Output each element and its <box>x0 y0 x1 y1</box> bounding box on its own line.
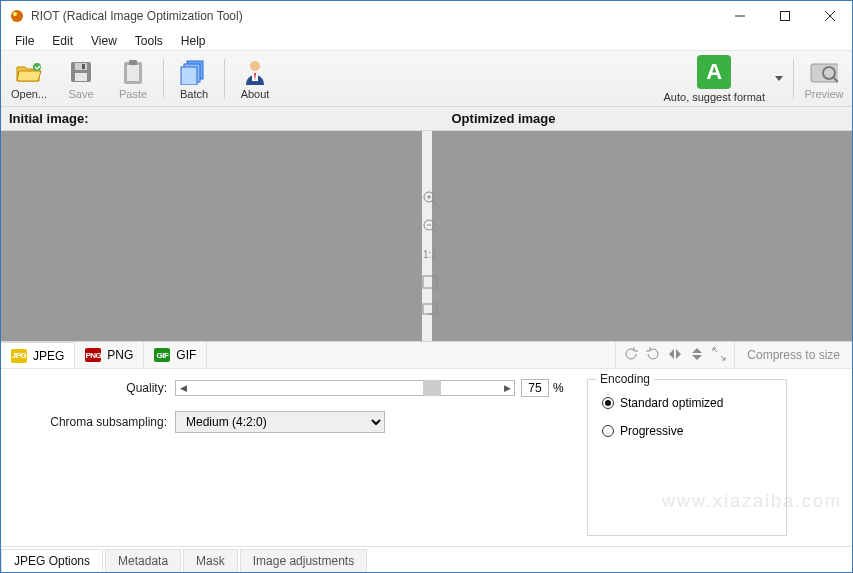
chroma-label: Chroma subsampling: <box>15 415 175 429</box>
zoom-fit-icon[interactable] <box>419 271 441 293</box>
svg-line-27 <box>433 229 437 233</box>
close-button[interactable] <box>807 1 852 31</box>
flip-vertical-icon[interactable] <box>690 347 704 364</box>
svg-rect-10 <box>82 64 85 69</box>
encoding-legend: Encoding <box>596 372 654 386</box>
toolbar: Open... Save Paste Batch About A Auto, s… <box>1 51 852 107</box>
auto-dropdown-caret[interactable] <box>773 76 785 81</box>
percent-label: % <box>553 381 564 395</box>
format-tab-jpeg[interactable]: JPG JPEG <box>1 342 75 368</box>
menu-view[interactable]: View <box>83 32 125 50</box>
subtab-mask[interactable]: Mask <box>183 549 238 572</box>
quality-value-input[interactable]: 75 <box>521 379 549 397</box>
subtabs: JPEG Options Metadata Mask Image adjustm… <box>1 546 852 572</box>
svg-point-17 <box>250 61 260 71</box>
titlebar: RIOT (Radical Image Optimization Tool) <box>1 1 852 31</box>
jpeg-icon: JPG <box>11 349 27 363</box>
svg-line-23 <box>433 201 437 205</box>
app-icon <box>9 8 25 24</box>
jpeg-options-panel: Quality: ◀ ▶ 75 % Chroma subsampling: Me… <box>1 369 852 546</box>
auto-suggest-button[interactable]: A Auto, suggest format <box>664 54 766 104</box>
encoding-progressive-radio[interactable]: Progressive <box>602 424 772 438</box>
menu-edit[interactable]: Edit <box>44 32 81 50</box>
gif-icon: GIF <box>154 348 170 362</box>
preview-button[interactable]: Preview <box>802 54 846 104</box>
svg-rect-13 <box>129 60 137 65</box>
initial-image-label: Initial image: <box>1 107 410 130</box>
chroma-select[interactable]: Medium (4:2:0) <box>175 411 385 433</box>
batch-label: Batch <box>180 88 208 100</box>
png-icon: PNG <box>85 348 101 362</box>
menu-help[interactable]: Help <box>173 32 214 50</box>
slider-left-arrow-icon[interactable]: ◀ <box>176 383 190 393</box>
flip-horizontal-icon[interactable] <box>668 347 682 364</box>
slider-right-arrow-icon[interactable]: ▶ <box>500 383 514 393</box>
person-icon <box>241 58 269 86</box>
preview-label: Preview <box>804 88 843 100</box>
maximize-button[interactable] <box>762 1 807 31</box>
folder-open-icon <box>15 58 43 86</box>
auto-label: Auto, suggest format <box>664 91 766 103</box>
batch-button[interactable]: Batch <box>172 54 216 104</box>
open-label: Open... <box>11 88 47 100</box>
svg-line-5 <box>825 11 835 21</box>
resize-icon[interactable] <box>712 347 726 364</box>
window-title: RIOT (Radical Image Optimization Tool) <box>31 9 717 23</box>
clipboard-icon <box>119 58 147 86</box>
zoom-out-icon[interactable] <box>419 215 441 237</box>
svg-rect-29 <box>423 276 437 288</box>
menu-tools[interactable]: Tools <box>127 32 171 50</box>
encoding-standard-label: Standard optimized <box>620 396 723 410</box>
format-bar: JPG JPEG PNG PNG GIF GIF Compress to siz… <box>1 341 852 369</box>
encoding-standard-radio[interactable]: Standard optimized <box>602 396 772 410</box>
open-button[interactable]: Open... <box>7 54 51 104</box>
svg-line-4 <box>825 11 835 21</box>
svg-point-1 <box>13 12 17 16</box>
zoom-controls: 1:1 <box>419 187 441 321</box>
quality-label: Quality: <box>15 381 175 395</box>
initial-image-pane[interactable] <box>1 131 422 341</box>
window-buttons <box>717 1 852 31</box>
toolbar-separator <box>163 59 164 99</box>
floppy-icon <box>67 58 95 86</box>
paste-label: Paste <box>119 88 147 100</box>
about-button[interactable]: About <box>233 54 277 104</box>
gif-label: GIF <box>176 348 196 362</box>
toolbar-separator <box>224 59 225 99</box>
save-button[interactable]: Save <box>59 54 103 104</box>
subtab-image-adjustments[interactable]: Image adjustments <box>240 549 367 572</box>
rotate-ccw-icon[interactable] <box>624 347 638 364</box>
format-tab-gif[interactable]: GIF GIF <box>144 342 207 368</box>
optimized-image-pane[interactable] <box>432 131 853 341</box>
svg-rect-3 <box>780 12 789 21</box>
format-tab-png[interactable]: PNG PNG <box>75 342 144 368</box>
zoom-in-icon[interactable] <box>419 187 441 209</box>
encoding-group: Encoding Standard optimized Progressive <box>587 379 787 536</box>
menu-file[interactable]: File <box>7 32 42 50</box>
radio-unchecked-icon <box>602 425 614 437</box>
magnifier-icon <box>810 58 838 86</box>
png-label: PNG <box>107 348 133 362</box>
paste-button[interactable]: Paste <box>111 54 155 104</box>
svg-point-0 <box>11 10 23 22</box>
svg-rect-30 <box>423 304 437 314</box>
quality-slider[interactable]: ◀ ▶ <box>175 380 515 396</box>
menubar: File Edit View Tools Help <box>1 31 852 51</box>
panels-header: Initial image: Optimized image <box>1 107 852 131</box>
compress-to-size-button[interactable]: Compress to size <box>734 342 852 368</box>
zoom-screen-icon[interactable] <box>419 299 441 321</box>
subtab-metadata[interactable]: Metadata <box>105 549 181 572</box>
auto-icon: A <box>697 55 731 89</box>
subtab-jpeg-options[interactable]: JPEG Options <box>1 549 103 572</box>
minimize-button[interactable] <box>717 1 762 31</box>
rotate-cw-icon[interactable] <box>646 347 660 364</box>
svg-rect-16 <box>181 67 197 85</box>
batch-icon <box>180 58 208 86</box>
zoom-actual-icon[interactable]: 1:1 <box>419 243 441 265</box>
jpeg-label: JPEG <box>33 349 64 363</box>
radio-checked-icon <box>602 397 614 409</box>
slider-thumb[interactable] <box>423 380 441 396</box>
about-label: About <box>241 88 270 100</box>
save-label: Save <box>68 88 93 100</box>
svg-rect-12 <box>127 65 139 81</box>
